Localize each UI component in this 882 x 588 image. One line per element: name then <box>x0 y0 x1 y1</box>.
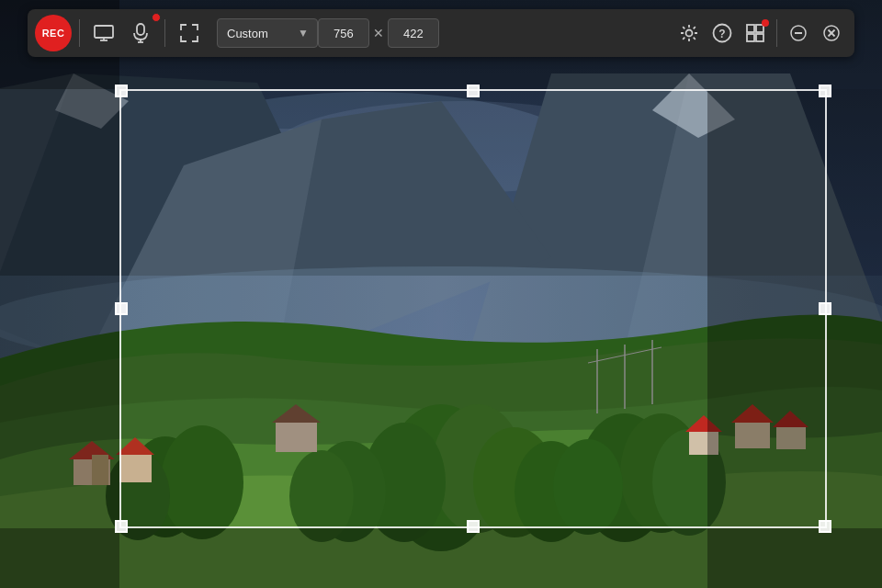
svg-rect-60 <box>747 34 754 41</box>
svg-rect-48 <box>0 528 882 588</box>
svg-rect-49 <box>95 26 113 38</box>
svg-rect-61 <box>756 34 763 41</box>
close-icon <box>823 25 840 41</box>
rec-button[interactable]: REC <box>35 15 72 51</box>
settings-button[interactable] <box>673 17 705 49</box>
grid-badge <box>762 19 769 27</box>
minimize-button[interactable] <box>783 17 814 49</box>
resolution-dropdown-wrapper[interactable]: Custom 720p 1080p 480p ▼ <box>217 18 309 48</box>
divider-3 <box>776 19 777 47</box>
svg-rect-31 <box>119 455 152 482</box>
minimize-icon <box>790 25 807 41</box>
svg-point-26 <box>161 425 243 539</box>
svg-rect-39 <box>276 423 317 452</box>
help-button[interactable]: ? <box>707 17 738 49</box>
monitor-button[interactable] <box>87 17 120 50</box>
rec-label: REC <box>42 28 65 39</box>
gear-icon <box>680 24 698 42</box>
expand-icon <box>180 24 198 42</box>
svg-rect-58 <box>747 25 754 32</box>
toolbar: REC Custom 720p 1 <box>28 9 854 57</box>
dimension-x-separator: ✕ <box>373 26 384 40</box>
help-icon: ? <box>712 23 732 43</box>
toolbar-right-controls: ? <box>673 17 847 49</box>
svg-point-24 <box>553 439 623 535</box>
expand-button[interactable] <box>173 17 206 50</box>
width-input[interactable]: 756 <box>318 18 369 48</box>
mic-button[interactable] <box>124 17 157 50</box>
svg-rect-47 <box>707 89 882 588</box>
resolution-dropdown[interactable]: Custom 720p 1080p 480p <box>217 18 318 48</box>
divider-1 <box>79 19 80 47</box>
monitor-icon <box>94 25 114 41</box>
dimension-inputs: 756 ✕ 422 <box>318 18 439 48</box>
grid-icon <box>746 24 764 42</box>
svg-point-55 <box>686 30 693 37</box>
mic-badge <box>152 13 161 22</box>
height-input[interactable]: 422 <box>388 18 439 48</box>
microphone-icon <box>133 23 148 43</box>
svg-rect-52 <box>137 24 144 35</box>
grid-button[interactable] <box>740 17 771 49</box>
svg-text:?: ? <box>718 28 725 40</box>
divider-2 <box>164 19 165 47</box>
close-button[interactable] <box>816 17 847 49</box>
